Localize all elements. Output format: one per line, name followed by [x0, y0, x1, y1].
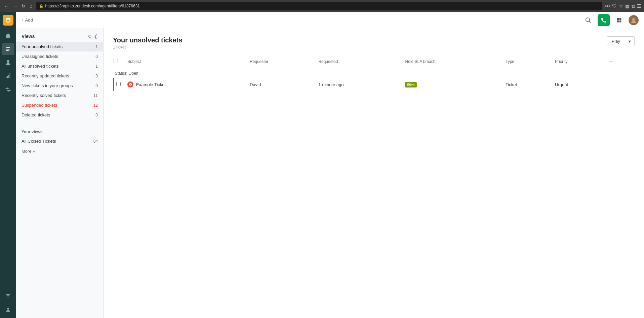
search-icon-button[interactable] — [583, 15, 594, 26]
new-window-icon[interactable]: ⧉ — [632, 3, 635, 9]
nav-views-icon[interactable] — [2, 290, 14, 302]
your-views-label: Your views — [16, 124, 103, 136]
table-header: Subject Requester Requested Next SLA bre… — [114, 56, 635, 67]
sla-badge: 59m — [405, 82, 416, 87]
th-type: Type — [502, 56, 552, 67]
sidebar-item-suspended[interactable]: Suspended tickets 12 — [16, 100, 103, 110]
sidebar-item-all-closed[interactable]: All Closed Tickets 84 — [16, 136, 103, 146]
ticket-priority: Urgent — [552, 78, 605, 91]
collapse-sidebar-icon[interactable]: ❮ — [94, 34, 98, 39]
sidebar-header-icons: ↻ ❮ — [88, 34, 98, 39]
svg-rect-1 — [617, 18, 619, 20]
status-section-row: Status: Open — [114, 67, 635, 78]
nav-profile-icon[interactable] — [2, 303, 14, 315]
play-button[interactable]: Play — [607, 36, 625, 46]
app-logo — [3, 15, 13, 26]
ticket-checkbox[interactable] — [116, 82, 121, 86]
play-dropdown-button[interactable]: ▼ — [625, 36, 635, 46]
grid-icon-button[interactable] — [614, 15, 625, 26]
url-text: https://z3nrpinto.zendesk.com/agent/filt… — [45, 4, 140, 8]
nav-home-icon[interactable] — [2, 30, 14, 42]
sidebar-item-deleted[interactable]: Deleted tickets 0 — [16, 110, 103, 120]
nav-users-icon[interactable] — [2, 57, 14, 69]
back-button[interactable]: ← — [3, 3, 10, 9]
ticket-actions — [605, 78, 635, 91]
app-wrapper: + Add Views ↻ ❮ — [0, 12, 644, 318]
table-body: Status: Open ! — [114, 67, 635, 91]
sidebar-item-recently-solved[interactable]: Recently solved tickets 11 — [16, 91, 103, 100]
sidebar-toggle-icon[interactable]: ▦ — [625, 3, 630, 9]
ticket-requester: David — [246, 78, 315, 91]
content-title-area: Your unsolved tickets 1 ticket — [113, 36, 182, 49]
ticket-subject-link[interactable]: Example Ticket — [136, 82, 166, 87]
nav-tickets-icon[interactable] — [2, 43, 14, 55]
refresh-button[interactable]: ↻ — [20, 3, 27, 9]
th-next-sla: Next SLA breach — [402, 56, 502, 67]
sidebar-item-your-unsolved[interactable]: Your unsolved tickets 1 — [16, 42, 103, 51]
ticket-status-icon: ! — [127, 81, 133, 87]
svg-point-5 — [632, 18, 635, 21]
sidebar-item-unassigned[interactable]: Unassigned tickets 0 — [16, 51, 103, 61]
content-header: Your unsolved tickets 1 ticket Play ▼ — [113, 36, 635, 49]
browser-nav-buttons: ← → ↻ ⌂ — [3, 3, 34, 9]
svg-text:!: ! — [130, 83, 131, 86]
sidebar-title: Views — [22, 34, 35, 39]
sidebar-item-recently-updated[interactable]: Recently updated tickets 8 — [16, 71, 103, 81]
sidebar: Views ↻ ❮ Your unsolved tickets 1 Unassi… — [16, 28, 104, 318]
ticket-count-subtitle: 1 ticket — [113, 45, 182, 49]
ticket-sla-cell: 59m — [402, 78, 502, 91]
browser-right-icons: ••• 🛡 ☆ ▦ ⧉ ☰ — [605, 3, 641, 9]
th-priority: Priority — [552, 56, 605, 67]
svg-rect-3 — [617, 20, 619, 22]
th-select-all — [114, 56, 124, 67]
th-requester: Requester — [246, 56, 315, 67]
address-bar[interactable]: 🔒 https://z3nrpinto.zendesk.com/agent/fi… — [36, 2, 602, 10]
th-requested: Requested — [315, 56, 402, 67]
nav-reports-icon[interactable] — [2, 70, 14, 82]
home-button[interactable]: ⌂ — [28, 3, 34, 9]
main-area: Views ↻ ❮ Your unsolved tickets 1 Unassi… — [16, 28, 644, 318]
call-button[interactable] — [598, 14, 610, 26]
add-button[interactable]: + Add — [22, 17, 33, 23]
content-actions: Play ▼ — [607, 36, 635, 46]
nav-rail — [0, 12, 16, 318]
refresh-views-icon[interactable]: ↻ — [88, 34, 92, 39]
browser-chrome: ← → ↻ ⌂ 🔒 https://z3nrpinto.zendesk.com/… — [0, 0, 644, 12]
status-open-label: Status: Open — [114, 71, 138, 76]
ticket-subject-cell: ! Example Ticket — [124, 78, 246, 91]
more-menu-icon[interactable]: ••• — [605, 3, 610, 9]
ticket-type: Ticket — [502, 78, 552, 91]
shield-icon: 🛡 — [612, 3, 617, 9]
sidebar-item-all-unsolved[interactable]: All unsolved tickets 1 — [16, 61, 103, 71]
bookmark-icon[interactable]: ☆ — [619, 3, 623, 9]
sidebar-more-link[interactable]: More » — [16, 146, 103, 156]
forward-button[interactable]: → — [11, 3, 19, 9]
svg-rect-4 — [619, 20, 621, 22]
th-actions: — — [605, 56, 635, 67]
svg-rect-2 — [619, 18, 621, 20]
th-subject: Subject — [124, 56, 246, 67]
sidebar-divider — [16, 122, 103, 122]
ticket-checkbox-cell — [114, 78, 124, 91]
page-title: Your unsolved tickets — [113, 36, 182, 44]
main-content: Your unsolved tickets 1 ticket Play ▼ — [104, 28, 644, 318]
sidebar-header: Views ↻ ❮ — [16, 32, 103, 42]
top-bar: + Add — [16, 12, 644, 28]
svg-point-0 — [7, 308, 9, 310]
sidebar-item-new-tickets-groups[interactable]: New tickets in your groups 0 — [16, 81, 103, 91]
hamburger-icon[interactable]: ☰ — [637, 3, 641, 9]
nav-settings-icon[interactable] — [2, 83, 14, 96]
table-row[interactable]: ! Example Ticket David 1 minute ago 59m … — [114, 78, 635, 91]
ticket-requested: 1 minute ago — [315, 78, 402, 91]
user-avatar[interactable] — [629, 15, 639, 25]
select-all-checkbox[interactable] — [114, 59, 118, 63]
ticket-table: Subject Requester Requested Next SLA bre… — [113, 56, 635, 91]
